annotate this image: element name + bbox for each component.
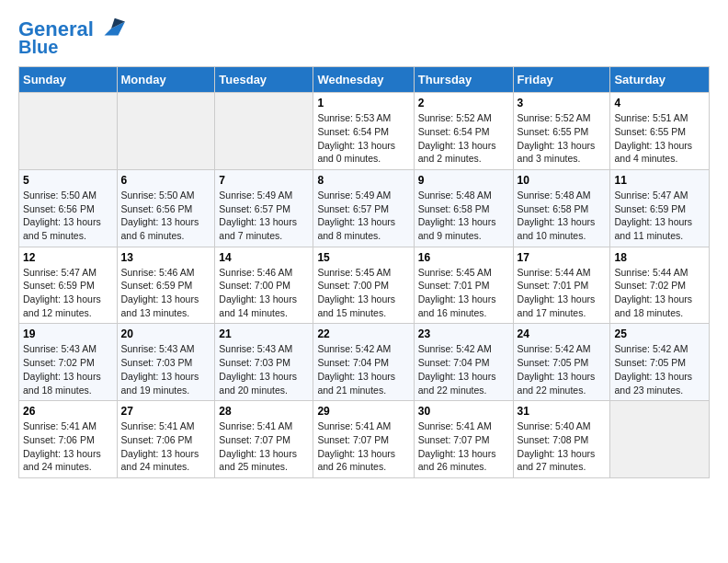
day-number: 20 <box>121 327 211 340</box>
calendar-cell <box>215 93 313 170</box>
day-number: 23 <box>418 327 509 340</box>
calendar-cell: 21Sunrise: 5:43 AM Sunset: 7:03 PM Dayli… <box>215 324 313 401</box>
day-info: Sunrise: 5:49 AM Sunset: 6:57 PM Dayligh… <box>317 189 409 243</box>
day-info: Sunrise: 5:52 AM Sunset: 6:54 PM Dayligh… <box>418 111 509 166</box>
day-number: 8 <box>317 174 409 187</box>
calendar-cell: 19Sunrise: 5:43 AM Sunset: 7:02 PM Dayli… <box>19 324 118 401</box>
day-number: 30 <box>418 405 509 418</box>
calendar-cell: 25Sunrise: 5:42 AM Sunset: 7:05 PM Dayli… <box>610 324 710 401</box>
day-info: Sunrise: 5:43 AM Sunset: 7:03 PM Dayligh… <box>219 342 309 396</box>
calendar-week-row: 12Sunrise: 5:47 AM Sunset: 6:59 PM Dayli… <box>19 247 710 324</box>
day-number: 3 <box>518 97 607 109</box>
calendar-week-row: 26Sunrise: 5:41 AM Sunset: 7:06 PM Dayli… <box>19 401 710 478</box>
calendar-cell: 12Sunrise: 5:47 AM Sunset: 6:59 PM Dayli… <box>19 247 118 324</box>
day-info: Sunrise: 5:46 AM Sunset: 6:59 PM Dayligh… <box>121 266 211 320</box>
day-info: Sunrise: 5:51 AM Sunset: 6:55 PM Dayligh… <box>614 111 705 166</box>
weekday-header-cell: Friday <box>513 67 610 93</box>
calendar-cell: 7Sunrise: 5:49 AM Sunset: 6:57 PM Daylig… <box>215 169 313 247</box>
day-number: 14 <box>219 251 309 264</box>
calendar-cell: 30Sunrise: 5:41 AM Sunset: 7:07 PM Dayli… <box>414 401 513 478</box>
calendar-week-row: 19Sunrise: 5:43 AM Sunset: 7:02 PM Dayli… <box>19 324 710 401</box>
weekday-header-row: SundayMondayTuesdayWednesdayThursdayFrid… <box>19 67 710 93</box>
day-info: Sunrise: 5:43 AM Sunset: 7:02 PM Dayligh… <box>23 342 113 396</box>
day-number: 12 <box>23 251 113 264</box>
weekday-header-cell: Monday <box>117 67 215 93</box>
calendar-cell: 11Sunrise: 5:47 AM Sunset: 6:59 PM Dayli… <box>610 169 710 247</box>
day-number: 19 <box>23 327 113 340</box>
calendar-cell <box>19 93 118 170</box>
calendar-cell: 28Sunrise: 5:41 AM Sunset: 7:07 PM Dayli… <box>215 401 313 478</box>
calendar-cell: 8Sunrise: 5:49 AM Sunset: 6:57 PM Daylig… <box>313 169 414 247</box>
day-number: 22 <box>317 327 409 340</box>
day-info: Sunrise: 5:50 AM Sunset: 6:56 PM Dayligh… <box>23 189 113 243</box>
day-number: 27 <box>121 405 211 418</box>
day-info: Sunrise: 5:42 AM Sunset: 7:04 PM Dayligh… <box>317 342 409 396</box>
calendar-table: SundayMondayTuesdayWednesdayThursdayFrid… <box>18 66 710 478</box>
weekday-header-cell: Saturday <box>610 67 710 93</box>
day-number: 15 <box>317 251 409 264</box>
day-info: Sunrise: 5:42 AM Sunset: 7:05 PM Dayligh… <box>614 342 705 396</box>
calendar-cell: 16Sunrise: 5:45 AM Sunset: 7:01 PM Dayli… <box>414 247 513 324</box>
day-info: Sunrise: 5:46 AM Sunset: 7:00 PM Dayligh… <box>219 266 309 320</box>
weekday-header-cell: Tuesday <box>215 67 313 93</box>
calendar-cell: 6Sunrise: 5:50 AM Sunset: 6:56 PM Daylig… <box>117 169 215 247</box>
day-number: 5 <box>23 174 113 187</box>
day-number: 11 <box>614 174 705 187</box>
day-number: 29 <box>317 405 409 418</box>
calendar-cell: 24Sunrise: 5:42 AM Sunset: 7:05 PM Dayli… <box>513 324 610 401</box>
calendar-cell: 26Sunrise: 5:41 AM Sunset: 7:06 PM Dayli… <box>19 401 118 478</box>
day-number: 10 <box>518 174 607 187</box>
day-info: Sunrise: 5:45 AM Sunset: 7:00 PM Dayligh… <box>317 266 409 320</box>
day-info: Sunrise: 5:53 AM Sunset: 6:54 PM Dayligh… <box>317 111 409 166</box>
day-number: 17 <box>518 251 607 264</box>
day-info: Sunrise: 5:43 AM Sunset: 7:03 PM Dayligh… <box>121 342 211 396</box>
day-number: 18 <box>614 251 705 264</box>
day-info: Sunrise: 5:48 AM Sunset: 6:58 PM Dayligh… <box>518 189 607 243</box>
day-info: Sunrise: 5:41 AM Sunset: 7:06 PM Dayligh… <box>23 419 113 474</box>
calendar-week-row: 5Sunrise: 5:50 AM Sunset: 6:56 PM Daylig… <box>19 169 710 247</box>
day-info: Sunrise: 5:50 AM Sunset: 6:56 PM Dayligh… <box>121 189 211 243</box>
calendar-cell: 1Sunrise: 5:53 AM Sunset: 6:54 PM Daylig… <box>313 93 414 170</box>
calendar-cell: 3Sunrise: 5:52 AM Sunset: 6:55 PM Daylig… <box>513 93 610 170</box>
day-number: 28 <box>219 405 309 418</box>
day-number: 26 <box>23 405 113 418</box>
day-number: 7 <box>219 174 309 187</box>
calendar-cell: 13Sunrise: 5:46 AM Sunset: 6:59 PM Dayli… <box>117 247 215 324</box>
day-info: Sunrise: 5:41 AM Sunset: 7:07 PM Dayligh… <box>317 419 409 474</box>
calendar-week-row: 1Sunrise: 5:53 AM Sunset: 6:54 PM Daylig… <box>19 93 710 170</box>
calendar-cell: 5Sunrise: 5:50 AM Sunset: 6:56 PM Daylig… <box>19 169 118 247</box>
day-info: Sunrise: 5:48 AM Sunset: 6:58 PM Dayligh… <box>418 189 509 243</box>
calendar-cell: 15Sunrise: 5:45 AM Sunset: 7:00 PM Dayli… <box>313 247 414 324</box>
weekday-header-cell: Wednesday <box>313 67 414 93</box>
day-info: Sunrise: 5:52 AM Sunset: 6:55 PM Dayligh… <box>518 111 607 166</box>
calendar-cell: 4Sunrise: 5:51 AM Sunset: 6:55 PM Daylig… <box>610 93 710 170</box>
calendar-cell: 17Sunrise: 5:44 AM Sunset: 7:01 PM Dayli… <box>513 247 610 324</box>
calendar-cell <box>610 401 710 478</box>
day-info: Sunrise: 5:42 AM Sunset: 7:04 PM Dayligh… <box>418 342 509 396</box>
calendar-cell: 2Sunrise: 5:52 AM Sunset: 6:54 PM Daylig… <box>414 93 513 170</box>
day-number: 1 <box>317 97 409 109</box>
day-info: Sunrise: 5:44 AM Sunset: 7:01 PM Dayligh… <box>518 266 607 320</box>
day-number: 6 <box>121 174 211 187</box>
calendar-cell <box>117 93 215 170</box>
weekday-header-cell: Thursday <box>414 67 513 93</box>
day-info: Sunrise: 5:44 AM Sunset: 7:02 PM Dayligh… <box>614 266 705 320</box>
day-info: Sunrise: 5:47 AM Sunset: 6:59 PM Dayligh… <box>23 266 113 320</box>
day-info: Sunrise: 5:45 AM Sunset: 7:01 PM Dayligh… <box>418 266 509 320</box>
calendar-cell: 10Sunrise: 5:48 AM Sunset: 6:58 PM Dayli… <box>513 169 610 247</box>
calendar-cell: 9Sunrise: 5:48 AM Sunset: 6:58 PM Daylig… <box>414 169 513 247</box>
day-info: Sunrise: 5:40 AM Sunset: 7:08 PM Dayligh… <box>518 419 607 474</box>
day-number: 13 <box>121 251 211 264</box>
calendar-cell: 18Sunrise: 5:44 AM Sunset: 7:02 PM Dayli… <box>610 247 710 324</box>
day-number: 21 <box>219 327 309 340</box>
day-info: Sunrise: 5:47 AM Sunset: 6:59 PM Dayligh… <box>614 189 705 243</box>
logo-icon <box>97 13 125 40</box>
calendar-cell: 22Sunrise: 5:42 AM Sunset: 7:04 PM Dayli… <box>313 324 414 401</box>
day-number: 16 <box>418 251 509 264</box>
day-info: Sunrise: 5:41 AM Sunset: 7:07 PM Dayligh… <box>219 419 309 474</box>
day-number: 31 <box>518 405 607 418</box>
logo: General Blue <box>18 18 125 57</box>
day-number: 4 <box>614 97 705 109</box>
weekday-header-cell: Sunday <box>19 67 118 93</box>
page-header: General Blue <box>18 18 710 57</box>
